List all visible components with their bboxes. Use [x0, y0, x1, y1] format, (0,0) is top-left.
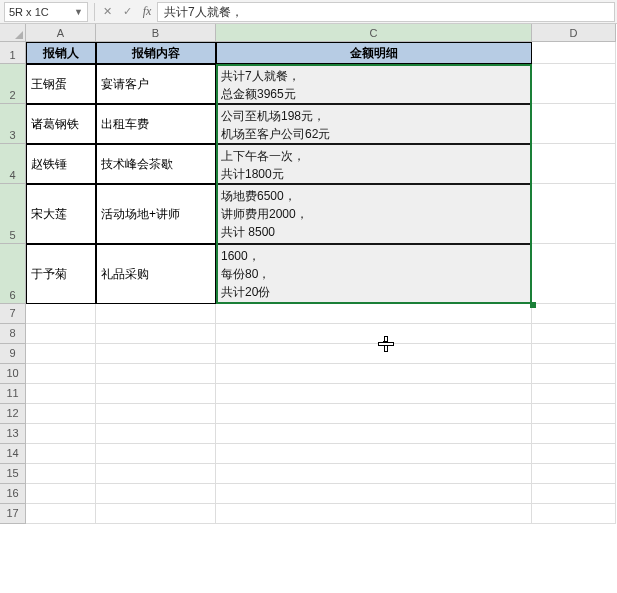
cell-B17[interactable] [96, 504, 216, 524]
cell-A13[interactable] [26, 424, 96, 444]
cancel-icon[interactable]: ✕ [97, 2, 117, 22]
cell-B12[interactable] [96, 404, 216, 424]
row-header-1[interactable]: 1 [0, 42, 26, 64]
cell-A16[interactable] [26, 484, 96, 504]
col-header-C[interactable]: C [216, 24, 532, 42]
cell-D3[interactable] [532, 104, 616, 144]
cell-A7[interactable] [26, 304, 96, 324]
cell-C11[interactable] [216, 384, 532, 404]
spreadsheet-grid[interactable]: A B C D 1 2 3 4 5 6 7 8 9 10 11 12 13 14… [0, 24, 617, 524]
row-header-15[interactable]: 15 [0, 464, 26, 484]
row-header-17[interactable]: 17 [0, 504, 26, 524]
cell-C7[interactable] [216, 304, 532, 324]
cell-B6[interactable]: 礼品采购 [96, 244, 216, 304]
name-box[interactable]: 5R x 1C ▼ [4, 2, 88, 22]
cell-D9[interactable] [532, 344, 616, 364]
cell-B16[interactable] [96, 484, 216, 504]
cell-B1[interactable]: 报销内容 [96, 42, 216, 64]
cell-D10[interactable] [532, 364, 616, 384]
cell-D12[interactable] [532, 404, 616, 424]
cell-C8[interactable] [216, 324, 532, 344]
row-header-3[interactable]: 3 [0, 104, 26, 144]
formula-bar: 5R x 1C ▼ ✕ ✓ fx 共计7人就餐， [0, 0, 617, 24]
row-header-12[interactable]: 12 [0, 404, 26, 424]
cell-B8[interactable] [96, 324, 216, 344]
fx-icon[interactable]: fx [137, 2, 157, 22]
cell-C5[interactable]: 场地费6500， 讲师费用2000， 共计 8500 [216, 184, 532, 244]
cells-area[interactable]: 报销人 报销内容 金额明细 王钢蛋 宴请客户 共计7人就餐， 总金额3965元 … [26, 42, 616, 524]
row-header-4[interactable]: 4 [0, 144, 26, 184]
row-header-16[interactable]: 16 [0, 484, 26, 504]
cell-A9[interactable] [26, 344, 96, 364]
col-header-D[interactable]: D [532, 24, 616, 42]
row-header-11[interactable]: 11 [0, 384, 26, 404]
name-box-value: 5R x 1C [9, 6, 49, 18]
cell-C12[interactable] [216, 404, 532, 424]
cell-C15[interactable] [216, 464, 532, 484]
row-header-2[interactable]: 2 [0, 64, 26, 104]
row-header-8[interactable]: 8 [0, 324, 26, 344]
enter-icon[interactable]: ✓ [117, 2, 137, 22]
cell-D14[interactable] [532, 444, 616, 464]
cell-D2[interactable] [532, 64, 616, 104]
cell-A1[interactable]: 报销人 [26, 42, 96, 64]
cell-D7[interactable] [532, 304, 616, 324]
cell-C6[interactable]: 1600， 每份80， 共计20份 [216, 244, 532, 304]
cell-C4[interactable]: 上下午各一次， 共计1800元 [216, 144, 532, 184]
cell-A3[interactable]: 诸葛钢铁 [26, 104, 96, 144]
cell-A4[interactable]: 赵铁锤 [26, 144, 96, 184]
cell-D8[interactable] [532, 324, 616, 344]
cell-C1[interactable]: 金额明细 [216, 42, 532, 64]
chevron-down-icon[interactable]: ▼ [74, 7, 83, 17]
row-header-13[interactable]: 13 [0, 424, 26, 444]
cell-D6[interactable] [532, 244, 616, 304]
row-header-6[interactable]: 6 [0, 244, 26, 304]
cell-A17[interactable] [26, 504, 96, 524]
cell-B4[interactable]: 技术峰会茶歇 [96, 144, 216, 184]
cell-D5[interactable] [532, 184, 616, 244]
cell-D17[interactable] [532, 504, 616, 524]
cell-A15[interactable] [26, 464, 96, 484]
cell-B14[interactable] [96, 444, 216, 464]
cell-D15[interactable] [532, 464, 616, 484]
col-header-A[interactable]: A [26, 24, 96, 42]
formula-input[interactable]: 共计7人就餐， [157, 2, 615, 22]
cell-A2[interactable]: 王钢蛋 [26, 64, 96, 104]
row-header-5[interactable]: 5 [0, 184, 26, 244]
cell-C2[interactable]: 共计7人就餐， 总金额3965元 [216, 64, 532, 104]
cell-C13[interactable] [216, 424, 532, 444]
row-header-7[interactable]: 7 [0, 304, 26, 324]
cell-B5[interactable]: 活动场地+讲师 [96, 184, 216, 244]
cell-C10[interactable] [216, 364, 532, 384]
cell-B11[interactable] [96, 384, 216, 404]
cell-D16[interactable] [532, 484, 616, 504]
cell-D4[interactable] [532, 144, 616, 184]
cell-C17[interactable] [216, 504, 532, 524]
cell-A11[interactable] [26, 384, 96, 404]
col-header-B[interactable]: B [96, 24, 216, 42]
cell-B3[interactable]: 出租车费 [96, 104, 216, 144]
row-header-14[interactable]: 14 [0, 444, 26, 464]
cell-B13[interactable] [96, 424, 216, 444]
cell-A5[interactable]: 宋大莲 [26, 184, 96, 244]
cell-B9[interactable] [96, 344, 216, 364]
row-header-9[interactable]: 9 [0, 344, 26, 364]
select-all-corner[interactable] [0, 24, 26, 42]
cell-A14[interactable] [26, 444, 96, 464]
cell-B15[interactable] [96, 464, 216, 484]
cell-A6[interactable]: 于予菊 [26, 244, 96, 304]
cell-A8[interactable] [26, 324, 96, 344]
cell-D11[interactable] [532, 384, 616, 404]
cell-C14[interactable] [216, 444, 532, 464]
cell-A12[interactable] [26, 404, 96, 424]
row-header-10[interactable]: 10 [0, 364, 26, 384]
cell-B10[interactable] [96, 364, 216, 384]
cell-C3[interactable]: 公司至机场198元， 机场至客户公司62元 [216, 104, 532, 144]
cell-D1[interactable] [532, 42, 616, 64]
cell-B2[interactable]: 宴请客户 [96, 64, 216, 104]
cell-B7[interactable] [96, 304, 216, 324]
cell-A10[interactable] [26, 364, 96, 384]
cell-C9[interactable] [216, 344, 532, 364]
cell-D13[interactable] [532, 424, 616, 444]
cell-C16[interactable] [216, 484, 532, 504]
